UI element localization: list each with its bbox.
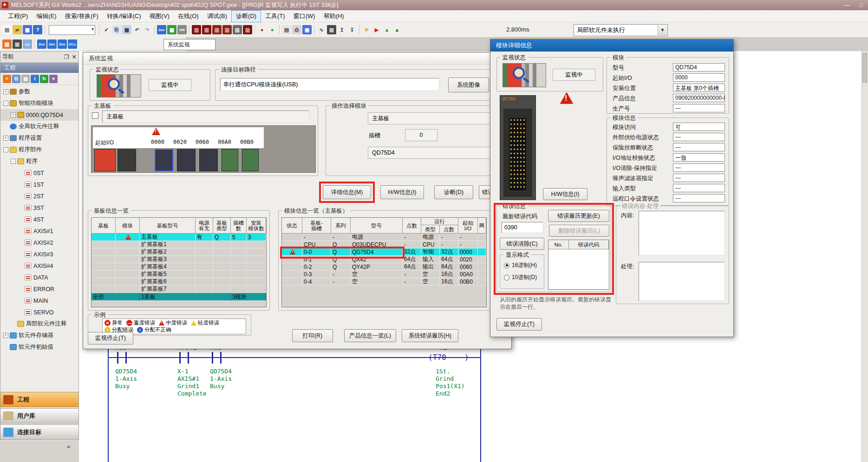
tree-item-参数[interactable]: +参数 (0, 86, 78, 98)
nav-tab-连接目标[interactable]: 连接目标 (0, 424, 79, 440)
help-icon[interactable]: ? (33, 25, 42, 34)
info-doc-icon[interactable]: i (31, 75, 39, 83)
module-tool-4-icon[interactable]: ▥ (222, 25, 232, 34)
monitor-stop-button[interactable]: 监视停止(T) (88, 332, 133, 345)
system-error-history-button[interactable]: 系统错误履历(H) (402, 329, 458, 342)
menu-item-7[interactable]: 调试(B) (203, 11, 231, 22)
tree-item-全局软元件注释[interactable]: 全局软元件注释 (0, 121, 78, 132)
minimize-button[interactable]: — (840, 1, 854, 9)
module-tool-3-icon[interactable]: ▥ (212, 25, 222, 34)
detail-info-button[interactable]: 详细信息(M) (323, 185, 371, 199)
hw-info-button[interactable]: H/W信息(I) (543, 188, 587, 200)
module-tool-1-icon[interactable]: ▥ (192, 25, 201, 34)
hw-info-button[interactable]: H/W信息(I) (380, 185, 424, 199)
paste-icon[interactable]: ▤ (21, 75, 30, 83)
dark-tool-icon[interactable]: ▦ (327, 25, 336, 34)
module-tool-5-icon[interactable]: ▥ (233, 25, 242, 34)
tree-item-软元件初始值[interactable]: 软元件初始值 (0, 341, 78, 353)
delete-error-history-button[interactable]: 删除错误履历(L) (549, 225, 609, 237)
io-down-icon[interactable]: ↧ (347, 25, 357, 34)
check-icon[interactable]: ✓ (102, 25, 111, 34)
menu-item-10[interactable]: 窗口(W) (289, 11, 320, 22)
tree-item-AXIS#3[interactable]: AXIS#3 (0, 248, 78, 260)
nav-tab-工程[interactable]: 工程 (0, 392, 79, 407)
dev-badge-2-icon[interactable]: Dev (47, 39, 57, 49)
tree-item-软元件存储器[interactable]: +软元件存储器 (0, 330, 78, 341)
print-button[interactable]: 打印(R) (292, 329, 333, 342)
run-icon[interactable]: ▶ (372, 25, 381, 34)
io-up-icon[interactable]: ↥ (337, 25, 346, 34)
print-icon[interactable]: ⎙ (292, 25, 301, 34)
device-view-icon[interactable]: Dev (157, 25, 166, 34)
menu-item-9[interactable]: 工具(T) (261, 11, 289, 22)
led-green-icon[interactable]: ● (268, 25, 277, 34)
save-icon[interactable]: ▦ (23, 25, 32, 34)
spark-icon[interactable]: ✳ (362, 25, 371, 34)
tree-item-AXIS#2[interactable]: AXIS#2 (0, 237, 78, 248)
vertical-scrollbar[interactable] (861, 51, 868, 462)
module-tool-2-icon[interactable]: ▥ (202, 25, 211, 34)
system-monitor-title[interactable]: 系统监视 (83, 52, 511, 65)
scrollbar-thumb[interactable] (862, 53, 867, 83)
save2-icon[interactable]: ▦ (122, 25, 131, 34)
new-file-icon[interactable]: ▤ (2, 25, 12, 34)
collapse-icon[interactable]: - (11, 159, 16, 164)
module-table-row[interactable]: 0-1QQX4264点输入64点0020 (282, 256, 486, 263)
content-textarea[interactable] (639, 211, 725, 255)
maximize-button[interactable]: □ (854, 1, 868, 9)
base-table-row[interactable]: 扩展基板1 (91, 241, 266, 248)
open-file-icon[interactable]: ▰ (13, 25, 22, 34)
module-table-row[interactable]: 0-2QQY42P64点输出64点0060 (282, 263, 486, 271)
expand-icon[interactable]: + (3, 333, 8, 338)
undo-icon[interactable]: ↶ (132, 25, 142, 34)
menu-item-6[interactable]: 在线(O) (174, 11, 203, 22)
tree-item-程序设置[interactable]: +程序设置 (0, 132, 78, 144)
tree-item-MAIN[interactable]: MAIN (0, 295, 78, 306)
cclink-badge-icon[interactable]: CC-L (68, 39, 77, 49)
collapse-icon[interactable]: - (3, 147, 8, 152)
menu-item-11[interactable]: 帮助(H) (320, 11, 348, 22)
dev-badge-3-icon[interactable]: Dev (58, 39, 67, 49)
base-table-row[interactable]: 扩展基板2 (91, 248, 266, 256)
copy-icon[interactable]: ⎘ (112, 25, 121, 34)
tree-item-SERVO[interactable]: SERVO (0, 306, 78, 318)
nav-tab-用户库[interactable]: 用户库 (0, 408, 79, 423)
nav-chevron[interactable]: » (67, 443, 70, 450)
tree-item-AXIS#4[interactable]: AXIS#4 (0, 260, 78, 272)
module-tool-6-icon[interactable]: ▥ (243, 25, 252, 34)
new-item-icon[interactable]: + (3, 75, 11, 83)
expand-icon[interactable]: + (11, 112, 16, 117)
pin-icon[interactable]: ❐ (64, 53, 69, 60)
module-detail-title[interactable]: 模块详细信息 (490, 39, 733, 52)
menu-item-4[interactable]: 转换/编译(C) (103, 11, 145, 22)
diagnostics-button[interactable]: 诊断(D) (434, 185, 473, 199)
tree-item-ERROR[interactable]: ERROR (0, 283, 78, 295)
system-image-button[interactable]: 系统图像 (448, 78, 489, 92)
base-table-row[interactable]: 扩展基板6 (91, 278, 266, 286)
tree-item-程序[interactable]: -程序 (0, 156, 78, 167)
radio-option[interactable]: 10进制(D) (504, 273, 537, 281)
expand-icon[interactable]: + (3, 136, 8, 141)
monitor-stop-button[interactable]: 监视停止(T) (496, 318, 542, 331)
redo-icon[interactable]: ↷ (143, 25, 152, 34)
product-info-list-button[interactable]: 产品信息一览(L) (344, 329, 396, 342)
base-table-row[interactable]: 主基板有Q53 (91, 234, 266, 241)
device-mode-dropdown[interactable]: 局部软元件未执行 ▼ (574, 24, 668, 36)
handle-textarea[interactable] (639, 262, 725, 301)
parameter-panel-icon[interactable]: ▥ (2, 39, 12, 49)
menu-item-3[interactable]: 搜索/替换(F) (61, 11, 103, 22)
tree-item-0ST[interactable]: 0ST (0, 167, 78, 179)
program-select-combo[interactable] (49, 25, 95, 35)
radio-icon[interactable] (504, 275, 509, 280)
base-table-row[interactable]: 扩展基板7 (91, 286, 266, 293)
copy-icon[interactable]: ⎘ (12, 75, 20, 83)
tree-item-AXIS#1[interactable]: AXIS#1 (0, 225, 78, 237)
menu-item-5[interactable]: 视图(V) (145, 11, 174, 22)
base-table-row[interactable]: 扩展基板4 (91, 263, 266, 271)
base-table-row[interactable]: 扩展基板5 (91, 271, 266, 278)
tree-item-3ST[interactable]: 3ST (0, 202, 78, 214)
radio-option[interactable]: 16进制(H) (504, 261, 537, 269)
expand-icon[interactable]: + (3, 89, 8, 94)
monitor-stop-icon[interactable]: ▲ (392, 25, 402, 34)
ladder-monitor-icon[interactable]: ▦ (167, 25, 176, 34)
